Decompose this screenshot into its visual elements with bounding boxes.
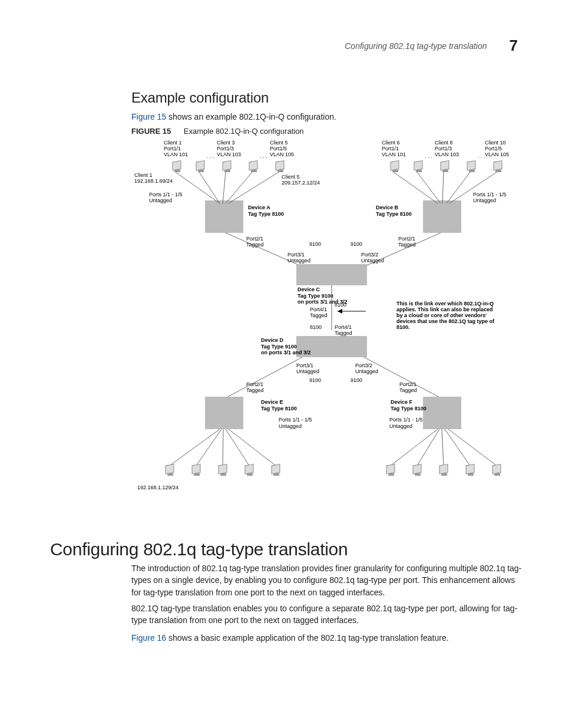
svg-text:Port2/1: Port2/1 [399, 381, 416, 387]
svg-rect-8 [276, 161, 284, 170]
ports-right-2: Untagged [473, 197, 496, 203]
intro-paragraph: Figure 15 shows an example 802.1Q-in-Q c… [131, 111, 525, 123]
svg-rect-2 [196, 161, 204, 170]
figure-16-link[interactable]: Figure 16 [131, 633, 166, 643]
chapter-number: 7 [510, 37, 518, 55]
svg-text:Port4/1: Port4/1 [310, 307, 327, 312]
svg-text:. . .: . . . [260, 153, 267, 159]
svg-text:Untagged: Untagged [279, 423, 302, 429]
svg-line-93 [445, 429, 470, 466]
svg-text:9100: 9100 [309, 241, 321, 247]
svg-rect-12 [414, 161, 422, 170]
svg-rect-108 [415, 473, 421, 476]
client1-port: Port1/1 [164, 146, 181, 151]
client10-name: Client 10 [485, 140, 506, 146]
svg-text:9100: 9100 [309, 377, 321, 383]
client-icon [173, 161, 502, 172]
client3-port: Port1/3 [217, 146, 234, 151]
svg-line-65 [226, 357, 302, 398]
svg-text:Tagged: Tagged [399, 387, 417, 393]
svg-rect-1 [174, 170, 180, 172]
device-b-tag: Tag Type 8100 [376, 211, 412, 217]
svg-rect-110 [441, 473, 447, 476]
heading-configuring-8021q-tag-type-translation: Configuring 802.1q tag-type translation [50, 539, 348, 559]
svg-text:on ports 3/1 and 3/2: on ports 3/1 and 3/2 [261, 350, 311, 355]
client1-name: Client 1 [164, 140, 182, 146]
svg-text:Device D: Device D [261, 337, 284, 343]
main-paragraph-3-rest: shows a basic example application of the… [166, 633, 448, 643]
svg-rect-114 [494, 473, 500, 476]
client3-name: Client 3 [217, 140, 235, 146]
svg-rect-15 [442, 170, 448, 172]
svg-line-28 [229, 172, 279, 203]
figure-label: FIGURE 15 [131, 127, 171, 136]
client6-port: Port1/1 [382, 146, 399, 151]
svg-rect-111 [466, 465, 474, 474]
svg-text:8100: 8100 [310, 324, 322, 330]
client1-vlan: VLAN 101 [164, 151, 188, 157]
client1-ip-label: Client 1 [134, 172, 153, 178]
section-heading-example-configuration: Example configuration [131, 90, 269, 106]
svg-rect-105 [386, 465, 395, 474]
svg-text:Device C: Device C [297, 286, 320, 292]
svg-line-94 [448, 429, 497, 466]
svg-rect-95 [166, 465, 174, 474]
ports-left-1: Ports 1/1 - 1/5 [149, 192, 183, 197]
client1-ip: 192.168.1.69/24 [134, 178, 173, 184]
svg-text:Tag Type 8100: Tag Type 8100 [261, 406, 297, 411]
svg-text:Port3/2: Port3/2 [361, 252, 378, 258]
svg-rect-16 [467, 161, 475, 170]
device-a-tag: Tag Type 8100 [248, 211, 284, 217]
svg-rect-11 [392, 170, 398, 172]
svg-text:Tag Type 8100: Tag Type 8100 [391, 406, 427, 411]
svg-rect-99 [219, 465, 227, 474]
main-paragraph-1: The introduction of 802.1q tag-type tran… [131, 562, 525, 598]
svg-text:Tagged: Tagged [246, 242, 264, 248]
running-header-title: Configuring 802.1q tag-type translation [345, 41, 487, 51]
svg-line-32 [447, 172, 470, 203]
svg-rect-17 [469, 170, 475, 172]
svg-rect-5 [224, 170, 230, 172]
svg-text:Tagged: Tagged [335, 330, 352, 336]
svg-rect-14 [441, 161, 449, 170]
client5-ip-label: Client 5 [282, 174, 300, 180]
svg-text:Port2/1: Port2/1 [246, 236, 263, 242]
intro-text: shows an example 802.1Q-in-Q configurati… [166, 112, 336, 121]
svg-text:Tag Type 9100: Tag Type 9100 [261, 344, 297, 350]
svg-text:Untagged: Untagged [361, 258, 384, 263]
svg-rect-18 [494, 161, 502, 170]
device-f-box [423, 397, 461, 429]
svg-rect-98 [194, 473, 200, 476]
svg-text:Ports 1/1 - 1/5: Ports 1/1 - 1/5 [389, 417, 423, 423]
svg-line-86 [196, 429, 222, 466]
svg-line-31 [442, 172, 444, 203]
client10-vlan: VLAN 105 [485, 151, 509, 157]
figure-15-link[interactable]: Figure 15 [131, 112, 166, 121]
svg-text:Device E: Device E [261, 399, 283, 405]
svg-rect-102 [247, 473, 253, 476]
svg-text:. . .: . . . [478, 153, 485, 159]
svg-text:This is the link over which 80: This is the link over which 802.1Q-in-Q [396, 301, 494, 307]
svg-text:Tag Type 9100: Tag Type 9100 [297, 293, 333, 299]
svg-rect-4 [223, 161, 231, 170]
svg-line-89 [229, 429, 276, 466]
svg-line-92 [442, 429, 444, 466]
client6-vlan: VLAN 101 [382, 151, 406, 157]
svg-rect-19 [495, 170, 501, 172]
svg-text:. . .: . . . [207, 153, 214, 159]
device-e-box [205, 397, 243, 429]
svg-line-90 [391, 429, 438, 466]
svg-text:Untagged: Untagged [389, 423, 412, 429]
client-icon-bottom [166, 465, 501, 476]
svg-text:. . .: . . . [425, 153, 432, 159]
svg-rect-100 [220, 473, 226, 476]
main-paragraph-2: 802.1Q tag-type translation enables you … [131, 602, 525, 627]
svg-line-26 [223, 172, 226, 203]
svg-rect-6 [249, 161, 257, 170]
client8-vlan: VLAN 103 [435, 151, 459, 157]
svg-text:Tagged: Tagged [246, 387, 264, 393]
bottom-ip: 192.168.1.129/24 [137, 485, 178, 490]
svg-text:Port2/1: Port2/1 [398, 236, 415, 242]
svg-line-85 [170, 429, 220, 466]
svg-text:devices that use the 802.1Q ta: devices that use the 802.1Q tag type of [396, 318, 495, 324]
